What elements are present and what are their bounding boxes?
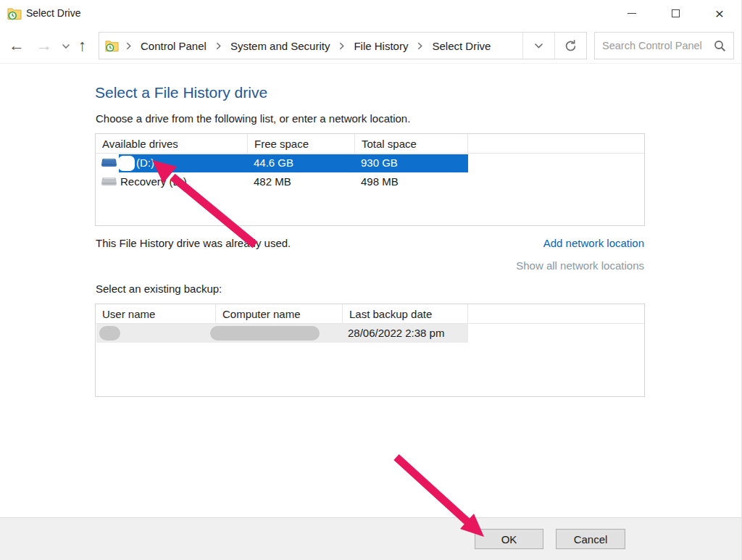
recent-locations-chevron-icon[interactable]: [62, 43, 70, 49]
refresh-button[interactable]: [554, 33, 586, 59]
breadcrumb-item-file-history[interactable]: File History: [351, 38, 410, 54]
drive-row-recovery[interactable]: Recovery (E:) 482 MB 498 MB: [96, 173, 644, 192]
drive-free-space: 44.6 GB: [254, 156, 293, 169]
breadcrumb-separator-icon: [339, 42, 344, 50]
search-placeholder: Search Control Panel: [602, 40, 714, 51]
maximize-button[interactable]: [659, 1, 692, 25]
cancel-button[interactable]: Cancel: [556, 529, 625, 549]
refresh-icon: [564, 39, 578, 53]
close-button[interactable]: ×: [703, 1, 736, 25]
column-header-available-drives[interactable]: Available drives: [96, 134, 248, 154]
breadcrumb-folder-icon[interactable]: [105, 39, 119, 52]
file-history-icon: [7, 7, 22, 20]
breadcrumb-separator-icon: [216, 42, 221, 50]
maximize-icon: [672, 9, 680, 17]
backups-list-header: User name Computer name Last backup date: [96, 304, 644, 324]
minimize-button[interactable]: [615, 1, 649, 25]
title-bar: Select Drive ×: [0, 0, 742, 28]
drive-icon: [101, 177, 117, 186]
breadcrumb-item-select-drive[interactable]: Select Drive: [430, 38, 493, 54]
drives-list-header: Available drives Free space Total space: [96, 134, 644, 154]
drive-free-space: 482 MB: [254, 175, 291, 188]
up-button[interactable]: ↑: [78, 38, 86, 54]
search-icon[interactable]: [714, 40, 726, 52]
dialog-footer: OK Cancel: [0, 517, 742, 560]
breadcrumb-separator-icon: [126, 42, 131, 50]
column-header-last-backup-date[interactable]: Last backup date: [343, 304, 468, 324]
breadcrumb-separator-icon: [417, 42, 422, 50]
window-title: Select Drive: [26, 7, 80, 19]
forward-button[interactable]: →: [36, 38, 52, 54]
redacted-computer-name: [210, 326, 320, 340]
back-button[interactable]: ←: [9, 38, 25, 54]
drive-total-space: 498 MB: [361, 175, 399, 188]
backup-row[interactable]: 28/06/2022 2:38 pm: [96, 324, 468, 343]
column-header-user-name[interactable]: User name: [96, 304, 216, 324]
column-header-free-space[interactable]: Free space: [248, 134, 355, 154]
redacted-drive-label: [118, 156, 135, 171]
redacted-user-name: [99, 326, 120, 340]
ok-button[interactable]: OK: [475, 529, 543, 549]
select-drive-window: Select Drive × ← → ↑ Control Panel Syste…: [0, 0, 742, 560]
search-input[interactable]: Search Control Panel: [594, 32, 734, 59]
backup-section-label: Select an existing backup:: [96, 283, 222, 295]
drive-icon: [101, 158, 117, 167]
close-icon: ×: [715, 6, 724, 21]
chevron-down-icon: [534, 43, 543, 49]
navigation-bar: ← → ↑ Control Panel System and Security …: [0, 28, 742, 64]
drive-name: Recovery (E:): [120, 175, 187, 188]
add-network-location-link[interactable]: Add network location: [543, 237, 644, 249]
column-header-computer-name[interactable]: Computer name: [216, 304, 343, 324]
show-all-network-locations-link[interactable]: Show all network locations: [516, 259, 644, 272]
drive-total-space: 930 GB: [361, 156, 398, 169]
drive-name: (D:): [136, 156, 154, 169]
minimize-icon: [628, 13, 636, 14]
address-bar[interactable]: Control Panel System and Security File H…: [99, 32, 587, 59]
address-dropdown-button[interactable]: [522, 33, 554, 59]
breadcrumb-item-system-and-security[interactable]: System and Security: [228, 38, 333, 54]
last-backup-date: 28/06/2022 2:38 pm: [348, 327, 444, 339]
page-subtitle: Choose a drive from the following list, …: [96, 112, 410, 125]
existing-backups-list: User name Computer name Last backup date…: [95, 304, 645, 397]
column-header-total-space[interactable]: Total space: [355, 134, 468, 154]
available-drives-list: Available drives Free space Total space …: [95, 133, 645, 226]
page-title: Select a File History drive: [95, 84, 267, 101]
drive-row-d[interactable]: (D:) 44.6 GB 930 GB: [96, 154, 644, 173]
drive-status-text: This File History drive was already used…: [96, 237, 291, 249]
breadcrumb: Control Panel System and Security File H…: [99, 38, 522, 54]
breadcrumb-item-control-panel[interactable]: Control Panel: [138, 38, 209, 54]
